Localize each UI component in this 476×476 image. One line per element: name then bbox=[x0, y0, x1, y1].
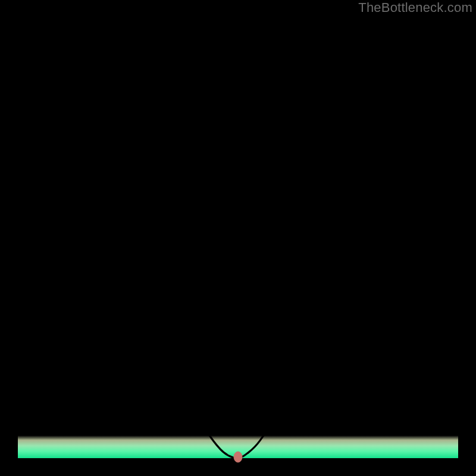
curve-path bbox=[18, 18, 458, 458]
watermark-text: TheBottleneck.com bbox=[358, 0, 472, 15]
bottleneck-curve bbox=[18, 18, 458, 458]
chart-frame: TheBottleneck.com bbox=[0, 0, 476, 476]
optimal-marker bbox=[234, 452, 242, 462]
